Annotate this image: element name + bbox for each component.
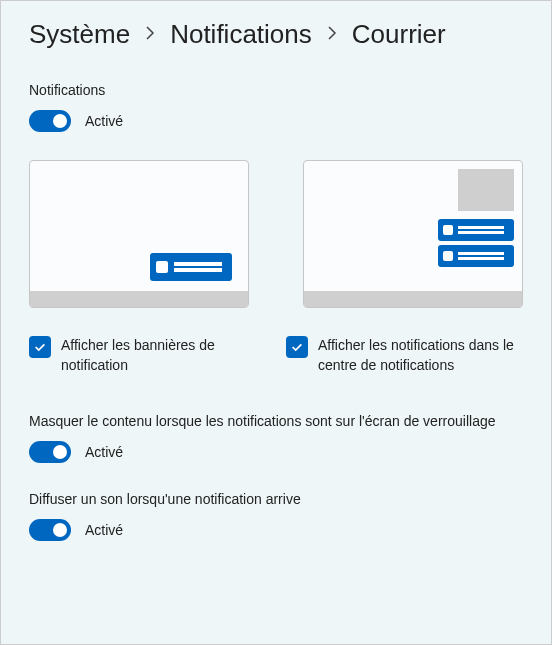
chevron-right-icon (144, 25, 156, 45)
breadcrumb-courrier: Courrier (352, 19, 446, 50)
hide-content-toggle[interactable] (29, 441, 71, 463)
checkbox-center-item: Afficher les notifications dans le centr… (286, 336, 523, 375)
play-sound-toggle-row: Activé (29, 519, 523, 541)
checkbox-center[interactable] (286, 336, 308, 358)
notifications-toggle[interactable] (29, 110, 71, 132)
breadcrumb-system[interactable]: Système (29, 19, 130, 50)
hide-content-toggle-row: Activé (29, 441, 523, 463)
preview-taskbar (304, 291, 522, 307)
center-notification-icon (438, 219, 514, 241)
chevron-right-icon (326, 25, 338, 45)
hide-content-toggle-state: Activé (85, 444, 123, 460)
check-icon (290, 340, 304, 354)
checkbox-banners-label: Afficher les bannières de notification (61, 336, 266, 375)
play-sound-setting: Diffuser un son lorsqu'une notification … (29, 491, 523, 541)
hide-content-label: Masquer le contenu lorsque les notificat… (29, 413, 523, 429)
notifications-toggle-row: Activé (29, 110, 523, 132)
preview-window-icon (458, 169, 514, 211)
checkbox-banners-item: Afficher les bannières de notification (29, 336, 266, 375)
notifications-toggle-state: Activé (85, 113, 123, 129)
banner-notification-icon (150, 253, 232, 281)
preview-banner[interactable] (29, 160, 249, 308)
play-sound-label: Diffuser un son lorsqu'une notification … (29, 491, 523, 507)
play-sound-toggle-state: Activé (85, 522, 123, 538)
play-sound-toggle[interactable] (29, 519, 71, 541)
notifications-label: Notifications (29, 82, 523, 98)
center-notification-icon (438, 245, 514, 267)
preview-taskbar (30, 291, 248, 307)
preview-row (29, 160, 523, 308)
preview-notification-center[interactable] (303, 160, 523, 308)
breadcrumb: Système Notifications Courrier (29, 19, 523, 50)
checkbox-banners[interactable] (29, 336, 51, 358)
check-icon (33, 340, 47, 354)
checkbox-center-label: Afficher les notifications dans le centr… (318, 336, 523, 375)
checkbox-row: Afficher les bannières de notification A… (29, 336, 523, 375)
breadcrumb-notifications[interactable]: Notifications (170, 19, 312, 50)
hide-content-setting: Masquer le contenu lorsque les notificat… (29, 413, 523, 463)
